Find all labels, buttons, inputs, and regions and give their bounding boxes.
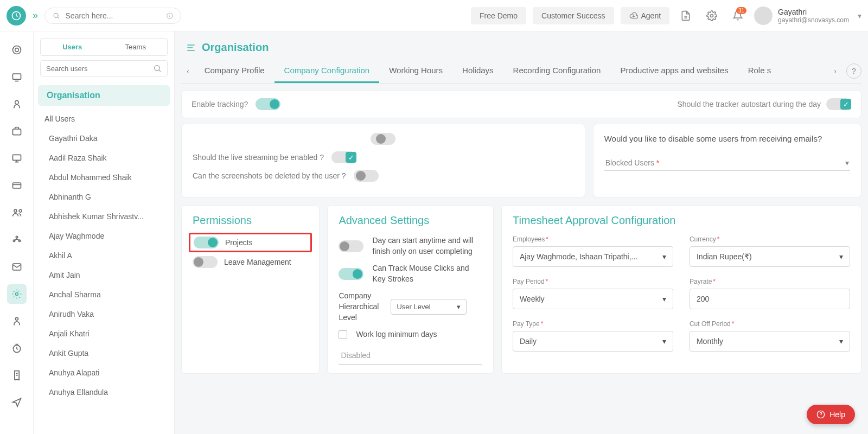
svg-point-4 [12, 46, 21, 54]
hierarchy-select[interactable]: User Level▾ [391, 299, 467, 315]
rail-monitor[interactable] [7, 67, 27, 87]
pay-type-select[interactable]: Daily▾ [513, 331, 673, 352]
content-tab[interactable]: Company Profile [195, 59, 275, 83]
content-tab[interactable]: Working Hours [379, 59, 452, 83]
rail-settings[interactable] [7, 284, 27, 304]
user-name: Gayathri [778, 8, 849, 16]
svg-point-17 [15, 317, 18, 320]
employees-value: Ajay Waghmode, Ishaan Tripathi,... [520, 252, 637, 261]
user-list-item[interactable]: Anchal Sharma [34, 285, 174, 304]
rail-team[interactable] [7, 230, 27, 250]
customer-success-button[interactable]: Customer Success [533, 7, 614, 24]
content-tab[interactable]: Company Configuration [275, 59, 380, 83]
document-icon[interactable] [676, 6, 695, 25]
track-mouse-toggle[interactable] [339, 268, 363, 280]
tabs-help-icon[interactable]: ? [846, 63, 861, 79]
user-list-item[interactable]: Gayathri Daka [34, 129, 174, 148]
agent-button[interactable]: Agent [621, 7, 670, 24]
payrate-label: Payrate [690, 278, 712, 285]
user-list-item[interactable]: Anuhya Alapati [34, 363, 174, 382]
menu-icon[interactable] [186, 42, 196, 53]
user-list-item[interactable]: Abhinanth G [34, 187, 174, 207]
app-logo [7, 6, 26, 25]
permissions-title: Permissions [193, 214, 308, 227]
currency-select[interactable]: Indian Rupee(₹)▾ [690, 246, 850, 267]
user-search-input[interactable] [46, 65, 153, 73]
user-list-item[interactable]: Amit Jain [34, 265, 174, 285]
leave-toggle[interactable] [193, 256, 218, 268]
content-tab[interactable]: Productive apps and websites [610, 59, 738, 83]
tab-teams[interactable]: Teams [104, 39, 168, 55]
tabs-next[interactable]: › [828, 63, 842, 79]
live-streaming-toggle[interactable]: ✓ [331, 151, 356, 163]
global-search[interactable] [44, 8, 181, 24]
cloud-download-icon [629, 11, 638, 20]
tabs-prev[interactable]: ‹ [181, 63, 195, 79]
employees-select[interactable]: Ajay Waghmode, Ishaan Tripathi,...▾ [513, 246, 673, 267]
user-list-item[interactable]: Abdul Mohammed Shaik [34, 168, 174, 187]
rail-people[interactable] [7, 203, 27, 222]
hierarchy-value: User Level [397, 303, 430, 311]
expand-sidebar-icon[interactable]: » [33, 10, 38, 21]
projects-toggle[interactable] [194, 237, 219, 248]
chevron-down-icon: ▾ [457, 303, 461, 311]
user-list-item[interactable]: Anuhya Ellandula [34, 382, 174, 402]
email-options-card: Would you like to disable some users fro… [593, 124, 861, 197]
all-users-item[interactable]: All Users [34, 109, 174, 129]
hierarchy-label: Company Hierarchical Level [339, 291, 382, 323]
rail-user[interactable] [7, 94, 27, 114]
user-menu[interactable]: Gayathri gayathri@snovasys.com ▾ [754, 7, 861, 25]
rail-dashboard[interactable] [7, 40, 27, 60]
projects-label: Projects [225, 238, 253, 247]
rail-briefcase[interactable] [7, 122, 27, 141]
tab-users[interactable]: Users [41, 39, 104, 55]
user-search[interactable] [40, 60, 168, 76]
help-button[interactable]: Help [807, 405, 855, 424]
user-list-item[interactable]: Ajay Waghmode [34, 226, 174, 246]
caret-down-icon: ▾ [858, 11, 861, 20]
autostart-toggle[interactable]: ✓ [826, 98, 851, 110]
chevron-down-icon: ▾ [839, 252, 843, 261]
content-tabs: ‹ Company ProfileCompany ConfigurationWo… [181, 59, 861, 84]
cutoff-select[interactable]: Monthly▾ [690, 331, 850, 352]
live-streaming-label: Should the live streaming be enabled ? [193, 153, 324, 162]
user-list-item[interactable]: Ankit Gupta [34, 343, 174, 363]
rail-invoice[interactable] [7, 366, 27, 385]
user-list-item[interactable]: Akhil A [34, 246, 174, 265]
content: Organisation ‹ Company ProfileCompany Co… [175, 31, 868, 434]
content-tab[interactable]: Role s [738, 59, 781, 83]
pay-type-label: Pay Type [513, 320, 540, 328]
free-demo-button[interactable]: Free Demo [471, 7, 526, 24]
global-search-input[interactable] [66, 11, 161, 20]
settings-icon[interactable] [702, 6, 722, 25]
enable-tracking-toggle[interactable] [256, 98, 280, 110]
user-list-item[interactable]: Anjali Khatri [34, 324, 174, 343]
rail-profile[interactable] [7, 311, 27, 331]
organisation-header[interactable]: Organisation [38, 85, 170, 106]
rail-mail[interactable] [7, 257, 27, 277]
content-tab[interactable]: Holidays [452, 59, 503, 83]
user-list-item[interactable]: Abhishek Kumar Shrivastv... [34, 207, 174, 226]
track-mouse-label: Can Track Mouse Clicks and Key Strokes [372, 263, 482, 284]
rail-location[interactable] [7, 393, 27, 412]
payrate-value: 200 [697, 295, 709, 303]
tracking-options-card: Should the live streaming be enabled ? ✓… [181, 124, 585, 197]
delete-screenshot-toggle[interactable] [354, 170, 379, 182]
user-list-item[interactable]: Aadil Raza Shaik [34, 148, 174, 168]
pay-period-select[interactable]: Weekly▾ [513, 289, 673, 309]
autostart-label: Should the tracker autostart during the … [677, 100, 821, 108]
notifications-icon[interactable]: 31 [728, 6, 748, 25]
day-anytime-toggle[interactable] [339, 240, 363, 252]
currency-value: Indian Rupee(₹) [697, 252, 752, 261]
content-tab[interactable]: Recording Configuration [503, 59, 611, 83]
tracking-bar: Enable tracking? Should the tracker auto… [181, 90, 861, 118]
payrate-input[interactable]: 200 [690, 289, 850, 309]
search-icon [153, 64, 162, 73]
user-list-item[interactable]: Anirudh Vaka [34, 304, 174, 324]
unknown-toggle[interactable] [371, 133, 395, 145]
rail-desktop[interactable] [7, 149, 27, 168]
blocked-users-field[interactable]: Blocked Users * ▾ [604, 155, 850, 171]
rail-clock[interactable] [7, 339, 27, 358]
rail-billing[interactable] [7, 176, 27, 195]
worklog-checkbox[interactable] [339, 330, 347, 339]
